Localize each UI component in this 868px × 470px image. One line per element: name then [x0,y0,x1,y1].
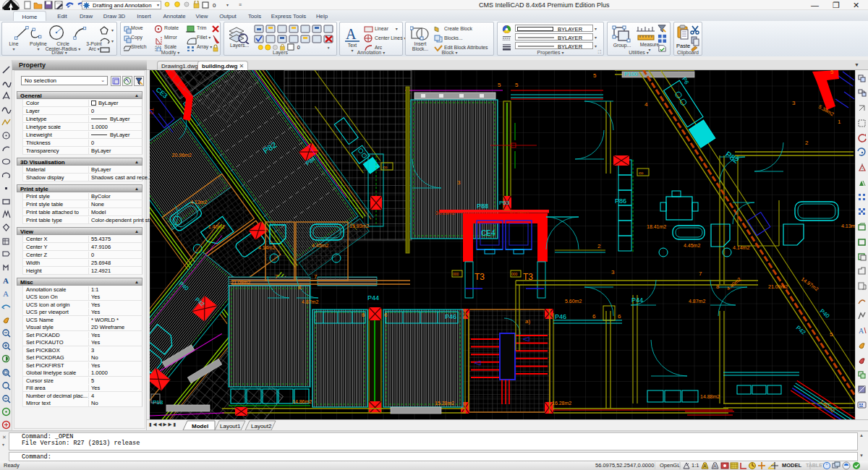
svg-text:4.87m2: 4.87m2 [689,299,705,304]
svg-text:7: 7 [314,273,318,280]
svg-text:14.88m2: 14.88m2 [700,394,720,399]
svg-text:A: A [859,327,864,335]
svg-text:1.40m2: 1.40m2 [208,224,225,229]
svg-text:P46: P46 [445,313,456,320]
svg-text:P44: P44 [367,294,379,302]
svg-text:7: 7 [699,270,702,277]
svg-text:3: 3 [611,269,615,275]
svg-text:A: A [703,463,707,469]
svg-text:5: 5 [515,82,519,88]
svg-text:5: 5 [830,331,833,338]
svg-text:21.09m2: 21.09m2 [768,284,788,289]
svg-text:T2: T2 [150,108,155,115]
svg-text:7: 7 [275,273,278,280]
svg-text:30.29m2: 30.29m2 [435,210,455,215]
svg-text:Model: Model [192,423,208,430]
svg-text:6: 6 [592,313,596,320]
svg-text:14.86m2: 14.86m2 [292,399,312,404]
svg-text:4.13m2: 4.13m2 [841,223,855,228]
svg-text:21.09m2: 21.09m2 [231,280,250,285]
svg-text:5: 5 [830,70,834,75]
svg-text:2: 2 [597,243,601,249]
svg-text:5: 5 [593,72,597,79]
svg-text:A: A [3,289,9,298]
svg-text:4.14m2: 4.14m2 [733,245,749,250]
svg-text:4.87m2: 4.87m2 [302,299,318,304]
svg-text:P46: P46 [555,313,566,320]
svg-text:P44: P44 [631,296,643,304]
svg-text:Layout2: Layout2 [251,423,272,430]
svg-text:P63: P63 [499,200,510,206]
svg-text:co: co [639,171,644,175]
svg-text:4.45m2: 4.45m2 [684,243,700,248]
svg-text:A: A [3,276,9,285]
svg-text:2: 2 [805,140,809,146]
svg-text:P100: P100 [624,71,638,77]
svg-text:4.14m2: 4.14m2 [258,245,275,250]
svg-text:▾: ▾ [111,39,114,43]
svg-text:Layout1: Layout1 [220,423,241,430]
svg-text:A: A [713,463,717,469]
svg-text:20.96m2: 20.96m2 [172,153,192,158]
svg-text:P86: P86 [615,197,626,205]
svg-text:6: 6 [618,313,621,320]
svg-text:4.13m2: 4.13m2 [190,200,207,205]
svg-text:0: 0 [213,2,216,9]
svg-text:▾: ▾ [111,28,114,33]
svg-text:15.28m2: 15.28m2 [435,401,454,406]
svg-text:000: 000 [511,272,518,276]
svg-text:16.28m2: 16.28m2 [552,401,571,406]
svg-text:8: 8 [716,283,720,290]
svg-text:A: A [346,26,357,42]
svg-text:5: 5 [498,82,501,88]
svg-text:co: co [383,165,388,169]
svg-text:3: 3 [792,100,796,106]
svg-text:T3: T3 [475,272,485,282]
svg-text:4: 4 [644,101,648,108]
svg-text:4.45m2: 4.45m2 [312,243,328,248]
svg-text:P88: P88 [477,202,488,210]
svg-text:18.41m2: 18.41m2 [647,224,666,229]
svg-text:6: 6 [362,312,365,318]
svg-text:CE4: CE4 [481,229,495,237]
svg-text:19.93m2: 19.93m2 [349,223,369,228]
svg-text:1: 1 [838,119,841,125]
svg-text:6: 6 [384,312,388,318]
svg-text:3: 3 [457,179,461,186]
svg-text:000: 000 [453,272,459,276]
svg-text:a): a) [525,318,530,325]
svg-text:8: 8 [298,284,302,291]
svg-text:5.60m2: 5.60m2 [565,299,582,304]
